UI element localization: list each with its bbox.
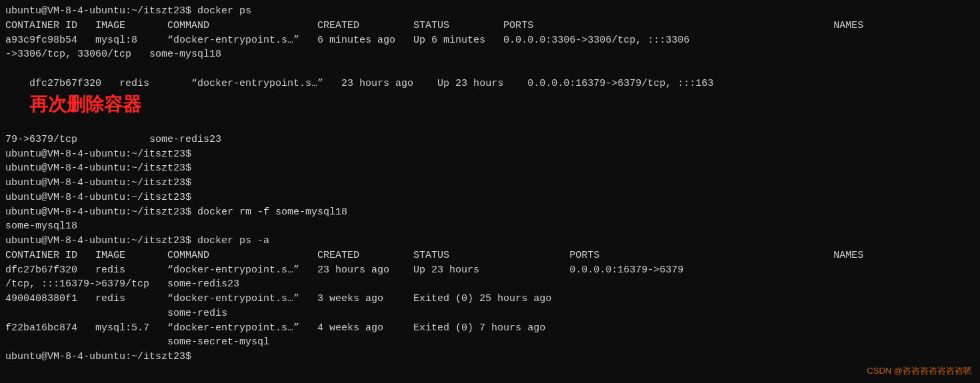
line-15b: some-redis xyxy=(5,306,975,321)
line-2: CONTAINER ID IMAGE COMMAND CREATED STATU… xyxy=(5,19,975,33)
line-4a: dfc27b67f320 redis “docker-entrypoint.s…… xyxy=(5,62,975,133)
line-7: ubuntu@VM-8-4-ubuntu:~/itszt23$ xyxy=(5,176,975,191)
line-15a: 4900408380f1 redis “docker-entrypoint.s…… xyxy=(5,292,975,306)
line-8: ubuntu@VM-8-4-ubuntu:~/itszt23$ xyxy=(5,191,975,205)
line-3b: ->3306/tcp, 33060/tcp some-mysql18 xyxy=(5,47,975,62)
line-4a-text: dfc27b67f320 redis “docker-entrypoint.s…… xyxy=(29,78,713,89)
line-16a: f22ba16bc874 mysql:5.7 “docker-entrypoin… xyxy=(5,321,975,336)
line-9: ubuntu@VM-8-4-ubuntu:~/itszt23$ docker r… xyxy=(5,205,975,220)
watermark: CSDN @咨咨咨咨咨咨咨咣 xyxy=(867,365,972,378)
annotation-text: 再次删除容器 xyxy=(29,94,141,115)
line-14a: dfc27b67f320 redis “docker-entrypoint.s…… xyxy=(5,263,975,278)
line-5: ubuntu@VM-8-4-ubuntu:~/itszt23$ xyxy=(5,147,975,162)
line-4b: 79->6379/tcp some-redis23 xyxy=(5,133,975,147)
line-11: ubuntu@VM-8-4-ubuntu:~/itszt23$ docker p… xyxy=(5,234,975,248)
line-1: ubuntu@VM-8-4-ubuntu:~/itszt23$ docker p… xyxy=(5,4,975,19)
line-16b: some-secret-mysql xyxy=(5,335,975,350)
line-10: some-mysql18 xyxy=(5,219,975,234)
line-3a: a93c9fc98b54 mysql:8 “docker-entrypoint.… xyxy=(5,33,975,48)
line-17: ubuntu@VM-8-4-ubuntu:~/itszt23$ xyxy=(5,350,975,364)
line-6: ubuntu@VM-8-4-ubuntu:~/itszt23$ xyxy=(5,161,975,176)
line-14b: /tcp, :::16379->6379/tcp some-redis23 xyxy=(5,277,975,292)
terminal: ubuntu@VM-8-4-ubuntu:~/itszt23$ docker p… xyxy=(5,4,975,364)
line-12: CONTAINER ID IMAGE COMMAND CREATED STATU… xyxy=(5,248,975,263)
